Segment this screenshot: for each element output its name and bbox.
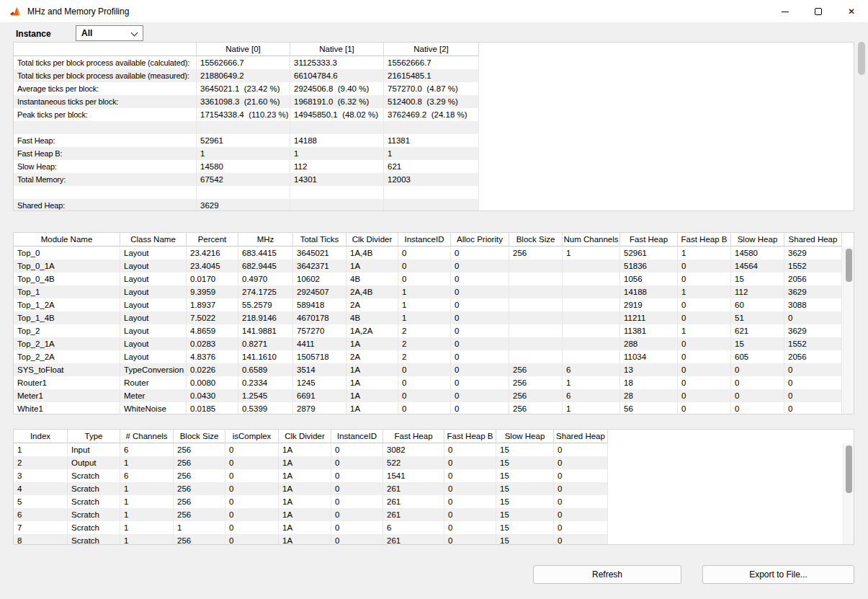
- table-row[interactable]: 1Input625601A030820150: [14, 443, 854, 456]
- table-row[interactable]: Total Memory:675421430112003: [14, 173, 854, 186]
- table-row[interactable]: Peak ticks per block:17154338.4 (110.23 …: [14, 108, 854, 121]
- table-cell: [384, 121, 479, 134]
- table-row[interactable]: 6Scratch125601A02610150: [14, 508, 854, 521]
- table-cell: 6: [563, 389, 620, 402]
- table-cell: 2A,4B: [346, 285, 398, 298]
- table-cell: 3088: [784, 298, 842, 311]
- table-cell: [509, 337, 563, 350]
- table-row[interactable]: Instantaneous ticks per block:3361098.3 …: [14, 95, 854, 108]
- table-row[interactable]: Slow Heap:14580112621: [14, 160, 854, 173]
- table-row[interactable]: Top_2Layout4.8659141.98817572701A,2A2011…: [14, 324, 854, 337]
- table-cell: Scratch: [68, 521, 120, 534]
- table-cell: 0: [731, 389, 784, 402]
- table-row[interactable]: Top_2_1ALayout0.02830.827144111A20288015…: [14, 337, 854, 350]
- table-cell: 0: [451, 311, 509, 324]
- table-cell: 1A: [279, 482, 331, 495]
- instance-label: Instance: [16, 29, 51, 39]
- table-cell: 0: [784, 402, 842, 414]
- table-cell: 1: [678, 247, 731, 259]
- table-cell: 0: [451, 363, 509, 376]
- table-cell: 0: [451, 350, 509, 363]
- table-row[interactable]: Top_0Layout23.4216683.441536450211A,4B00…: [14, 247, 854, 259]
- table-row[interactable]: 3Scratch625601A015410150: [14, 469, 854, 482]
- table-cell: 3762469.2 (24.18 %): [384, 108, 479, 121]
- table-cell: 0: [225, 469, 279, 482]
- table-cell: 0: [784, 363, 842, 376]
- table-cell: 56: [620, 402, 678, 414]
- scrollbar-thumb[interactable]: [846, 445, 852, 493]
- table-cell: 0: [678, 311, 731, 324]
- table-row[interactable]: 2Output125601A05220150: [14, 456, 854, 469]
- export-to-file-button[interactable]: Export to File...: [702, 565, 854, 584]
- table-row[interactable]: 4Scratch125601A02610150: [14, 482, 854, 495]
- table-row[interactable]: Top_0_4BLayout0.01700.4970106024B0010560…: [14, 272, 854, 285]
- table-row[interactable]: Top_2_2ALayout4.8376141.161015057182A201…: [14, 350, 854, 363]
- table-cell: 1A,2A: [346, 324, 398, 337]
- table-cell: 15: [496, 443, 554, 456]
- titlebar: MHz and Memory Profiling ✕: [0, 0, 868, 23]
- table-cell: [14, 121, 197, 134]
- maximize-button[interactable]: [802, 0, 835, 23]
- table-cell: 0.0080: [187, 376, 238, 389]
- table-row[interactable]: Total ticks per block process available …: [14, 56, 854, 69]
- table-row[interactable]: [14, 186, 854, 199]
- table-row[interactable]: 5Scratch125601A02610150: [14, 495, 854, 508]
- table-cell: 256: [174, 495, 225, 508]
- table-cell: 1A: [279, 456, 331, 469]
- column-header: Shared Heap: [554, 430, 608, 443]
- table-row[interactable]: Meter1Meter0.04301.254566911A00256628000: [14, 389, 854, 402]
- table-cell: 256: [509, 389, 563, 402]
- close-button[interactable]: ✕: [835, 0, 868, 23]
- table-cell: 0: [451, 285, 509, 298]
- table-row[interactable]: 7Scratch1101A060150: [14, 521, 854, 534]
- table-row[interactable]: White1WhiteNoise0.01850.539928791A002561…: [14, 402, 854, 414]
- table-row[interactable]: 8Scratch125601A02610150: [14, 534, 854, 545]
- table-cell: 0: [678, 350, 731, 363]
- table-cell: 3645021: [293, 247, 346, 259]
- table-cell: 0: [554, 443, 608, 456]
- table-row[interactable]: Router1Router0.00800.233412451A002561180…: [14, 376, 854, 389]
- table-cell: 0: [225, 508, 279, 521]
- refresh-button[interactable]: Refresh: [533, 565, 681, 584]
- table-cell: 6: [383, 521, 444, 534]
- scrollbar-thumb[interactable]: [858, 42, 865, 75]
- table-row[interactable]: Average ticks per block:3645021.1 (23.42…: [14, 82, 854, 95]
- table-cell: 1A: [279, 534, 331, 545]
- table-row[interactable]: Top_1_2ALayout1.893755.25795894182A10291…: [14, 298, 854, 311]
- table-cell: 0: [554, 508, 608, 521]
- table-cell: 9.3959: [187, 285, 238, 298]
- buffer-table-scrollbar[interactable]: [843, 443, 854, 544]
- table-row[interactable]: Total ticks per block process available …: [14, 69, 854, 82]
- table-cell: Top_0: [14, 247, 120, 259]
- module-table-scrollbar[interactable]: [843, 247, 854, 414]
- table-cell: 683.4415: [238, 247, 293, 259]
- table-cell: 0: [331, 443, 383, 456]
- column-header: Clk Divider: [346, 233, 398, 247]
- table-row[interactable]: SYS_toFloatTypeConversion0.02260.6589351…: [14, 363, 854, 376]
- window-scrollbar[interactable]: [856, 25, 867, 594]
- table-row[interactable]: Top_1_4BLayout7.5022218.914646701784B101…: [14, 311, 854, 324]
- table-cell: [509, 272, 563, 285]
- table-row[interactable]: Shared Heap:3629: [14, 199, 854, 211]
- table-cell: 14301: [290, 173, 384, 186]
- table-cell: 4.8659: [187, 324, 238, 337]
- table-row[interactable]: [14, 121, 854, 134]
- table-cell: 0: [331, 508, 383, 521]
- instance-dropdown[interactable]: All: [76, 25, 143, 41]
- table-cell: 1: [120, 495, 174, 508]
- table-cell: 1: [678, 285, 731, 298]
- table-cell: 1: [563, 376, 620, 389]
- scrollbar-thumb[interactable]: [846, 249, 852, 282]
- table-row[interactable]: Top_1Layout9.3959274.172529245072A,4B101…: [14, 285, 854, 298]
- table-cell: 256: [174, 443, 225, 456]
- table-row[interactable]: Top_0_1ALayout23.4045682.944536423711A00…: [14, 259, 854, 272]
- table-cell: 52961: [197, 134, 290, 147]
- minimize-button[interactable]: [769, 0, 802, 23]
- table-cell: 2: [398, 337, 451, 350]
- table-row[interactable]: Fast Heap B:111: [14, 147, 854, 160]
- buffer-table: IndexType# ChannelsBlock SizeisComplexCl…: [13, 429, 854, 545]
- table-cell: 0.0170: [187, 272, 238, 285]
- table-cell: 1245: [293, 376, 346, 389]
- table-cell: 1: [120, 456, 174, 469]
- table-row[interactable]: Fast Heap:529611418811381: [14, 134, 854, 147]
